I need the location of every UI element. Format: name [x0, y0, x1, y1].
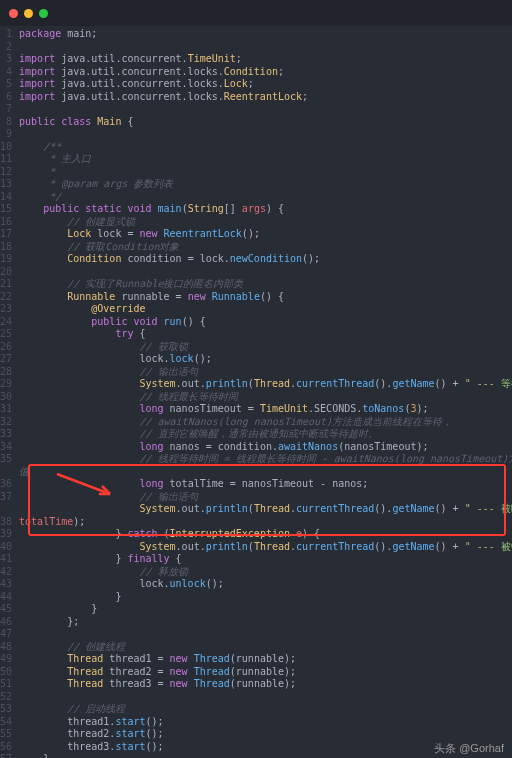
- code-line: public class Main {: [19, 116, 512, 129]
- code-line: // 启动线程: [19, 703, 512, 716]
- code-line: // 线程等待时间 = 线程最长等待时间 - awaitNanos(long n…: [19, 453, 512, 466]
- code-line: try {: [19, 328, 512, 341]
- code-line: [19, 691, 512, 704]
- code-line: [19, 628, 512, 641]
- code-line: import java.util.concurrent.locks.Condit…: [19, 66, 512, 79]
- code-line: } finally {: [19, 553, 512, 566]
- code-line: public static void main(String[] args) {: [19, 203, 512, 216]
- code-line: */: [19, 191, 512, 204]
- editor-window: 1234567891011121314151617181920212223242…: [0, 0, 512, 758]
- code-line: lock.lock();: [19, 353, 512, 366]
- code-line: [19, 41, 512, 54]
- code-line: // 释放锁: [19, 566, 512, 579]
- code-line: System.out.println(Thread.currentThread(…: [19, 541, 512, 554]
- code-line: 值: [19, 466, 512, 479]
- watermark: 头条 @Gorhaf: [434, 742, 504, 755]
- titlebar: [0, 0, 512, 26]
- code-line: // 创建线程: [19, 641, 512, 654]
- code-line: [19, 103, 512, 116]
- code-line: Thread thread3 = new Thread(runnable);: [19, 678, 512, 691]
- code-area[interactable]: 1234567891011121314151617181920212223242…: [0, 26, 512, 758]
- code-line: package main;: [19, 28, 512, 41]
- code-line: // 线程最长等待时间: [19, 391, 512, 404]
- code-line: System.out.println(Thread.currentThread(…: [19, 503, 512, 516]
- code-line: import java.util.concurrent.TimeUnit;: [19, 53, 512, 66]
- code-line: import java.util.concurrent.locks.Reentr…: [19, 91, 512, 104]
- code-line: // 获取锁: [19, 341, 512, 354]
- code-line: thread2.start();: [19, 728, 512, 741]
- code-line: long nanos = condition.awaitNanos(nanosT…: [19, 441, 512, 454]
- code-line: import java.util.concurrent.locks.Lock;: [19, 78, 512, 91]
- line-gutter: 1234567891011121314151617181920212223242…: [0, 28, 19, 758]
- code-line: /**: [19, 141, 512, 154]
- code-line: * @param args 参数列表: [19, 178, 512, 191]
- code-line: // 获取Condition对象: [19, 241, 512, 254]
- code-line: Condition condition = lock.newCondition(…: [19, 253, 512, 266]
- code-line: Runnable runnable = new Runnable() {: [19, 291, 512, 304]
- code-line: [19, 266, 512, 279]
- code-line: // awaitNanos(long nanosTimeout)方法造成当前线程…: [19, 416, 512, 429]
- code-line: // 输出语句: [19, 491, 512, 504]
- code-line: @Override: [19, 303, 512, 316]
- code-line: * 主入口: [19, 153, 512, 166]
- close-icon[interactable]: [9, 9, 18, 18]
- code-line: System.out.println(Thread.currentThread(…: [19, 378, 512, 391]
- code-line: *: [19, 166, 512, 179]
- code-line: thread1.start();: [19, 716, 512, 729]
- code-line: }: [19, 603, 512, 616]
- code-line: Thread thread1 = new Thread(runnable);: [19, 653, 512, 666]
- code-line: // 直到它被唤醒，通常由被通知或中断或等待超时。: [19, 428, 512, 441]
- minimize-icon[interactable]: [24, 9, 33, 18]
- code-line: // 输出语句: [19, 366, 512, 379]
- code-line: lock.unlock();: [19, 578, 512, 591]
- code-line: // 创建显式锁: [19, 216, 512, 229]
- code-line: }: [19, 591, 512, 604]
- code-line: Thread thread2 = new Thread(runnable);: [19, 666, 512, 679]
- code-line: // 实现了Runnable接口的匿名内部类: [19, 278, 512, 291]
- code-line: };: [19, 616, 512, 629]
- maximize-icon[interactable]: [39, 9, 48, 18]
- code-line: public void run() {: [19, 316, 512, 329]
- code-line: [19, 128, 512, 141]
- code-line: } catch (InterruptedException e) {: [19, 528, 512, 541]
- code-line: totalTime);: [19, 516, 512, 529]
- code-line: long totalTime = nanosTimeout - nanos;: [19, 478, 512, 491]
- code-line: long nanosTimeout = TimeUnit.SECONDS.toN…: [19, 403, 512, 416]
- code-line: Lock lock = new ReentrantLock();: [19, 228, 512, 241]
- code-lines: package main;import java.util.concurrent…: [19, 28, 512, 758]
